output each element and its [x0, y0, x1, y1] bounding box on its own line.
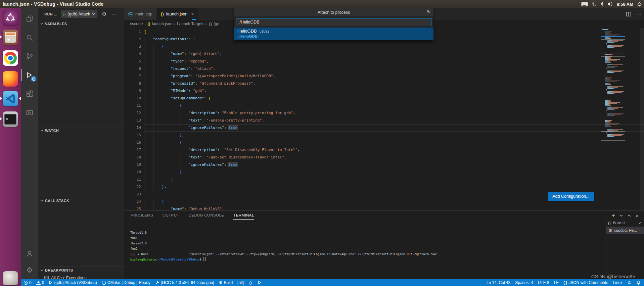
editor-scrollbar[interactable]: [640, 28, 644, 210]
line-number[interactable]: 11: [124, 102, 141, 109]
terminal-output[interactable]: Thread1:0fun1Thread2:0fun2[1] + Done "/u…: [130, 230, 438, 262]
code-line[interactable]: ]: [144, 176, 644, 183]
code-line[interactable]: "ignoreFailures": true: [144, 161, 644, 169]
status-item-debug[interactable]: (gdb) Attach (VSDebug): [49, 280, 97, 285]
status-item[interactable]: Ln 14, Col 43: [487, 280, 510, 285]
trash-launcher[interactable]: [3, 271, 18, 285]
line-number[interactable]: 13: [124, 117, 141, 124]
code-line[interactable]: "processId": "${command:pickProcess}",: [144, 80, 644, 87]
refresh-icon[interactable]: ↻: [427, 9, 431, 14]
accounts-icon[interactable]: [21, 246, 38, 262]
line-number[interactable]: 23: [124, 191, 141, 198]
bluetooth-icon[interactable]: [600, 2, 604, 7]
code-lines[interactable]: {"configurations": [{"name": "(gdb) Atta…: [144, 28, 644, 213]
status-item-info[interactable]: CMake: [Debug]: Ready: [102, 280, 150, 285]
line-number[interactable]: 21: [124, 176, 141, 183]
debug-config-dropdown[interactable]: ▷ (gdb) Attach: [61, 10, 97, 18]
status-item-braces[interactable]: { }JSON with Comments: [563, 280, 608, 285]
status-item-error[interactable]: 0: [24, 280, 32, 285]
split-editor-icon[interactable]: [626, 11, 631, 17]
line-number[interactable]: 19: [124, 161, 141, 169]
code-line[interactable]: }: [144, 169, 644, 176]
status-item-play[interactable]: [258, 281, 262, 285]
breadcrumb-item[interactable]: .vscode: [129, 21, 143, 26]
line-number[interactable]: 3: [124, 43, 141, 50]
line-number[interactable]: 17: [124, 146, 141, 154]
code-line[interactable]: "MIMode": "gdb",: [144, 87, 644, 95]
panel-tab-problems[interactable]: PROBLEMS: [131, 213, 153, 220]
extensions-icon[interactable]: [21, 86, 38, 102]
line-number[interactable]: 7: [124, 73, 141, 80]
line-number[interactable]: 1: [124, 28, 141, 36]
line-number[interactable]: 10: [124, 95, 141, 102]
start-debug-icon[interactable]: ▷: [63, 12, 66, 16]
close-icon[interactable]: ×: [191, 11, 194, 17]
chevron-down-icon[interactable]: [619, 214, 623, 217]
power-icon[interactable]: [637, 2, 642, 7]
line-number[interactable]: 2: [124, 36, 141, 43]
code-line[interactable]: "request": "attach",: [144, 65, 644, 73]
volume-icon[interactable]: [607, 2, 613, 6]
panel-tab-output[interactable]: OUTPUT: [163, 213, 179, 220]
code-line[interactable]: "description": "Set Disassembly Flavor t…: [144, 146, 644, 154]
process-list-item[interactable]: HelloGDB 51892 ./HelloGDB: [234, 28, 433, 40]
network-arrows-icon[interactable]: [592, 2, 597, 7]
variables-section-header[interactable]: VARIABLES: [38, 20, 124, 28]
gutter[interactable]: 1234567891011121314151617181920212223242…: [124, 28, 141, 213]
status-item-wrench[interactable]: [GCC 5.4.0 x86_64-linux-gnu]: [155, 280, 214, 285]
status-item-bug[interactable]: [248, 281, 253, 285]
search-icon[interactable]: [21, 30, 38, 46]
explorer-icon[interactable]: [21, 11, 38, 27]
new-terminal-icon[interactable]: +: [612, 212, 615, 219]
line-number[interactable]: 12: [124, 109, 141, 117]
chrome-launcher[interactable]: [3, 50, 18, 66]
source-control-icon[interactable]: [21, 48, 38, 64]
debug-settings-gear-icon[interactable]: ⚙: [102, 11, 106, 17]
code-line[interactable]: "program": "${workspaceFolder}/build/Hel…: [144, 73, 644, 80]
breadcrumb-item[interactable]: (gd: [214, 21, 219, 26]
file-manager-launcher[interactable]: [3, 30, 18, 45]
line-number[interactable]: 6: [124, 65, 141, 73]
line-number[interactable]: 9: [124, 87, 141, 95]
tab-main-cpp[interactable]: C main.cpp: [124, 8, 157, 20]
process-filter-input[interactable]: ./HelloGDB: [236, 18, 431, 26]
line-number[interactable]: 16: [124, 139, 141, 146]
status-item[interactable]: Linux: [613, 280, 623, 285]
terminal-list-item[interactable]: ▷Build H...✓: [606, 219, 644, 227]
panel-tab-debug-console[interactable]: DEBUG CONSOLE: [189, 213, 224, 220]
terminal-list-item[interactable]: ⚙cppdbg: He...: [606, 227, 644, 234]
line-number[interactable]: 14: [124, 124, 141, 132]
vscode-launcher[interactable]: [3, 91, 18, 106]
breadcrumb-item[interactable]: launch.json: [152, 21, 173, 26]
line-number[interactable]: 24: [124, 198, 141, 205]
status-item[interactable]: LF: [554, 280, 559, 285]
maximize-panel-icon[interactable]: [628, 214, 631, 217]
panel-tab-terminal[interactable]: TERMINAL: [233, 213, 254, 220]
line-number[interactable]: 5: [124, 58, 141, 65]
status-item-gear[interactable]: ⚙Build: [219, 280, 233, 285]
line-number[interactable]: 20: [124, 169, 141, 176]
code-line[interactable]: "name": "(gdb) Attach",: [144, 50, 644, 58]
line-number[interactable]: 15: [124, 132, 141, 139]
code-line[interactable]: "ignoreFailures": true: [144, 124, 644, 132]
call-stack-section-header[interactable]: CALL STACK: [38, 197, 124, 204]
ubuntu-dash-button[interactable]: [3, 10, 18, 26]
code-line[interactable]: "type": "cppdbg",: [144, 58, 644, 65]
code-line[interactable]: "text": "-gdb-set disassembly-flavor int…: [144, 154, 644, 161]
code-line[interactable]: },: [144, 132, 644, 139]
status-item[interactable]: Spaces: 4: [515, 280, 533, 285]
code-line[interactable]: {: [144, 139, 644, 146]
clock[interactable]: 8:58 AM: [617, 2, 633, 7]
minimap[interactable]: [601, 28, 625, 169]
code-line[interactable]: "text": "-enable-pretty-printing",: [144, 117, 644, 124]
line-number[interactable]: 22: [124, 183, 141, 191]
code-line[interactable]: {: [144, 43, 644, 50]
breakpoints-section-header[interactable]: BREAKPOINTS: [38, 266, 124, 274]
status-item[interactable]: [all]: [237, 280, 244, 285]
status-item-warning[interactable]: 0: [36, 280, 44, 285]
run-and-debug-icon[interactable]: [21, 67, 38, 83]
line-number[interactable]: 4: [124, 50, 141, 58]
status-item-bell[interactable]: [636, 281, 641, 285]
add-configuration-button[interactable]: Add Configuration...: [548, 192, 594, 201]
code-line[interactable]: "setupCommands": [: [144, 95, 644, 102]
